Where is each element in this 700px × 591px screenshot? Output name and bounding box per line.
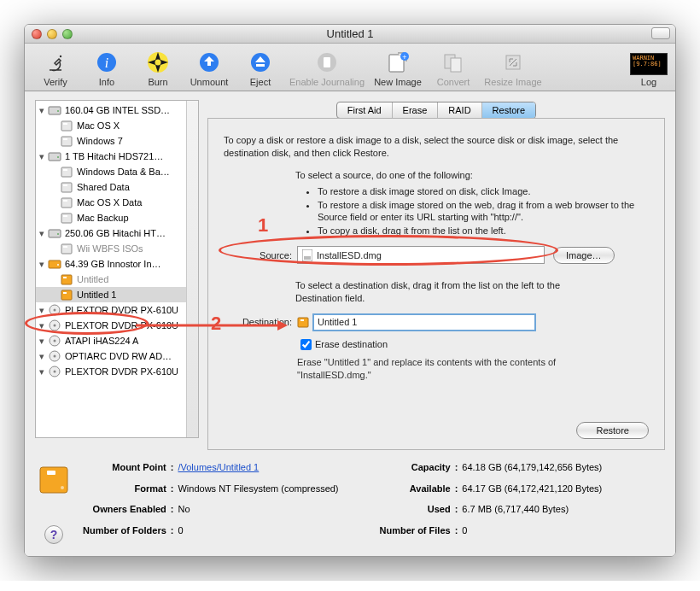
extvol-icon [60, 289, 73, 301]
sidebar-item-label: Shared Data [77, 182, 130, 192]
eject-button[interactable]: Eject [236, 43, 284, 87]
new-image-button[interactable]: + New Image [370, 43, 426, 87]
tab-bar: First Aid Erase RAID Restore [207, 102, 665, 119]
verify-button[interactable]: Verify [32, 43, 79, 87]
resize-icon [500, 50, 526, 75]
source-help-bullet: To copy a disk, drag it from the list on… [318, 225, 649, 237]
sidebar-item-label: Windows Data & Ba… [77, 167, 170, 177]
sidebar-item-label: PLEXTOR DVDR PX-610U [65, 305, 178, 315]
sidebar-item[interactable]: Shared Data [36, 179, 198, 195]
optical-icon [48, 335, 61, 347]
svg-rect-35 [49, 260, 61, 268]
sidebar-item-label: 160.04 GB INTEL SSD… [65, 105, 170, 115]
sidebar-item[interactable]: ▾PLEXTOR DVDR PX-610U [36, 364, 198, 379]
svg-rect-21 [49, 153, 61, 161]
sidebar-item[interactable]: Mac Backup [36, 210, 198, 225]
info-button[interactable]: i Info [83, 43, 131, 87]
vol-icon [60, 243, 73, 255]
sidebar-item-label: Mac OS X [77, 120, 120, 131]
mount-point-link[interactable]: /Volumes/Untitled 1 [178, 462, 259, 472]
tab-erase[interactable]: Erase [393, 102, 439, 118]
svg-rect-15 [49, 107, 61, 114]
burn-button[interactable]: Burn [134, 43, 182, 87]
help-button[interactable]: ? [44, 525, 63, 544]
sidebar-item-label: 250.06 GB Hitachi HT… [65, 228, 166, 238]
toolbar-toggle-button[interactable] [651, 27, 670, 39]
disk-icon [48, 104, 61, 116]
restore-button[interactable]: Restore [576, 422, 649, 439]
svg-rect-17 [61, 121, 72, 131]
tab-first-aid[interactable]: First Aid [337, 102, 393, 118]
image-button[interactable]: Image… [553, 247, 615, 264]
destination-field[interactable]: Untitled 1 [312, 313, 536, 331]
convert-icon [440, 50, 466, 75]
new-image-icon: + [385, 50, 411, 75]
log-button[interactable]: WARNIN[9.7:86] Log [629, 43, 668, 87]
sidebar-item-label: Windows 7 [77, 136, 123, 146]
titlebar: Untitled 1 [25, 25, 675, 44]
svg-rect-33 [61, 244, 72, 254]
vol-icon [60, 196, 73, 208]
info-footer: ? Mount Point:/Volumes/Untitled 1 Format… [25, 455, 675, 556]
source-field[interactable]: InstallESD.dmg [297, 246, 545, 264]
svg-text:+: + [402, 53, 406, 61]
sidebar-item[interactable]: ▾64.39 GB Innostor In… [36, 256, 198, 272]
svg-point-48 [54, 355, 56, 358]
source-help-bullet: To restore a disk image stored on the we… [318, 199, 649, 225]
sidebar-item[interactable]: ▾PLEXTOR DVDR PX-610U [36, 302, 198, 318]
svg-point-0 [60, 56, 61, 57]
window-title: Untitled 1 [25, 27, 675, 40]
disk-icon [48, 227, 61, 239]
svg-rect-53 [298, 318, 308, 327]
sidebar-item[interactable]: ▾160.04 GB INTEL SSD… [36, 102, 198, 118]
svg-rect-18 [63, 123, 67, 125]
sidebar-item-label: Mac Backup [77, 213, 129, 223]
toolbar: Verify i Info Burn Unmount Eject Enable … [25, 44, 675, 91]
log-icon: WARNIN[9.7:86] [630, 53, 668, 75]
svg-rect-54 [300, 319, 304, 321]
erase-destination-label: Erase destination [315, 339, 388, 349]
sidebar-item[interactable]: ▾OPTIARC DVD RW AD… [36, 348, 198, 364]
external-drive-large-icon [37, 462, 71, 496]
svg-rect-29 [61, 214, 72, 223]
vol-icon [60, 166, 73, 178]
svg-point-50 [54, 371, 56, 373]
sidebar-item[interactable]: Untitled [36, 272, 198, 287]
resize-image-button: Resize Image [481, 43, 545, 87]
svg-rect-40 [63, 292, 67, 294]
optical-icon [48, 350, 61, 362]
microscope-icon [43, 50, 68, 75]
external-drive-icon [297, 316, 309, 328]
sidebar-scrollbar[interactable] [186, 101, 198, 437]
svg-point-46 [54, 340, 56, 342]
svg-point-16 [57, 110, 59, 112]
sidebar-item[interactable]: ▾250.06 GB Hitachi HT… [36, 225, 198, 241]
svg-point-4 [155, 60, 161, 66]
sidebar-item[interactable]: ▾PLEXTOR DVDR PX-610U [36, 318, 198, 333]
svg-rect-23 [61, 167, 72, 177]
intro-text: To copy a disk or restore a disk image t… [224, 134, 649, 160]
sidebar-item[interactable]: Mac OS X Data [36, 195, 198, 210]
sidebar-item[interactable]: Untitled 1 [36, 287, 198, 302]
extvol-icon [60, 273, 73, 285]
svg-point-44 [54, 325, 56, 327]
erase-destination-checkbox[interactable] [300, 339, 312, 350]
svg-rect-13 [451, 58, 461, 72]
tab-raid[interactable]: RAID [438, 102, 481, 118]
device-sidebar[interactable]: ▾160.04 GB INTEL SSD…Mac OS XWindows 7▾1… [35, 100, 199, 438]
sidebar-item[interactable]: Windows Data & Ba… [36, 164, 198, 179]
sidebar-item[interactable]: Windows 7 [36, 133, 198, 149]
destination-label: Destination: [224, 317, 292, 327]
svg-rect-20 [63, 138, 67, 140]
unmount-button[interactable]: Unmount [185, 43, 233, 87]
svg-rect-38 [63, 277, 67, 278]
sidebar-item[interactable]: Wii WBFS ISOs [36, 241, 198, 256]
sidebar-item[interactable]: Mac OS X [36, 118, 198, 133]
sidebar-item[interactable]: ▾ATAPI iHAS224 A [36, 333, 198, 348]
tab-restore[interactable]: Restore [482, 102, 536, 118]
sidebar-item[interactable]: ▾1 TB Hitachi HDS721… [36, 149, 198, 164]
vol-icon [60, 135, 73, 147]
burn-icon [145, 50, 171, 75]
svg-rect-27 [61, 198, 72, 208]
optical-icon [48, 366, 61, 377]
